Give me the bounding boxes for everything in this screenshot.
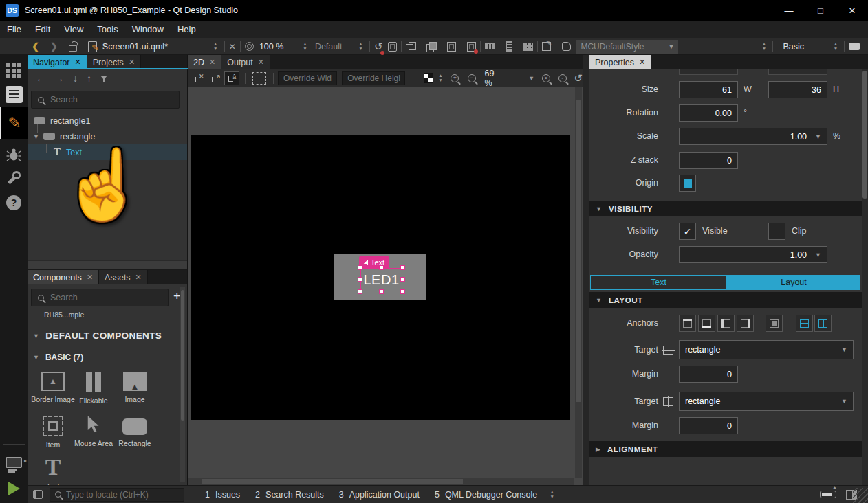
anchor-fill-button[interactable] — [766, 315, 783, 332]
close-document-icon[interactable]: ✕ — [229, 42, 236, 52]
tab-assets[interactable]: Assets ✕ — [99, 270, 148, 284]
margin1-field[interactable]: 0 — [679, 366, 738, 383]
locator[interactable] — [50, 488, 184, 502]
run-button[interactable] — [0, 477, 28, 500]
pane-qml-debugger-console[interactable]: 5 QML Debugger Console — [427, 486, 545, 503]
resize-handle-se[interactable] — [400, 289, 405, 294]
rounded-shape-icon[interactable] — [562, 42, 571, 51]
resize-handle-sw[interactable] — [358, 289, 362, 294]
dropdown-caret-icon[interactable]: ▼ — [815, 252, 821, 258]
tab-output[interactable]: Output ✕ — [221, 55, 270, 69]
components-search-input[interactable] — [50, 293, 162, 302]
theme-select[interactable]: Basic — [777, 42, 831, 52]
dropdown-caret-icon[interactable]: ▼ — [841, 398, 847, 405]
move-left-icon[interactable]: ← — [36, 73, 45, 84]
properties-scrollbar[interactable] — [862, 69, 868, 485]
section-default-components[interactable]: ▼ DEFAULT COMPONENTS — [28, 331, 187, 341]
component-mouse-area[interactable]: Mouse Area — [73, 416, 114, 447]
component-item[interactable]: Item — [32, 416, 74, 449]
scrollbar-thumb[interactable] — [202, 479, 463, 484]
close-tab-icon[interactable]: ✕ — [87, 273, 93, 282]
visible-checkbox-checked[interactable]: ✓ — [679, 223, 696, 240]
panes-stepper-icon[interactable]: ▲▼ — [547, 489, 556, 500]
workspace-stepper-icon[interactable]: ▲▼ — [356, 41, 365, 52]
run-preview-icon[interactable] — [245, 42, 254, 51]
anchor-bottom-button[interactable] — [698, 315, 715, 332]
theme-stepper-icon[interactable]: ▲▼ — [831, 41, 840, 52]
close-tab-icon[interactable]: ✕ — [639, 58, 645, 67]
scrollbar-thumb[interactable] — [181, 290, 184, 421]
expander-down-icon[interactable]: ▼ — [33, 133, 39, 140]
navigator-search-input[interactable] — [50, 95, 173, 104]
tab-properties[interactable]: Properties ✕ — [589, 55, 651, 69]
zoom-selection-icon[interactable]: ▫ — [558, 74, 567, 82]
menu-view[interactable]: View — [57, 21, 90, 38]
design-canvas[interactable]: Text LED1 — [188, 87, 583, 485]
position-x-field[interactable]: 69 — [679, 69, 738, 75]
origin-selector[interactable] — [679, 175, 696, 192]
module-tab[interactable]: RH85...mple — [44, 311, 84, 319]
menu-help[interactable]: Help — [171, 21, 203, 38]
clip-checkbox-unchecked[interactable] — [768, 223, 785, 240]
move-down-icon[interactable]: ↓ — [73, 73, 78, 84]
delete-outline-icon[interactable] — [467, 42, 476, 52]
tree-item-rectangle[interactable]: ▼ rectangle — [28, 128, 187, 144]
build-progress-icon[interactable] — [820, 491, 836, 498]
preview-zoom-value[interactable]: 100 % — [259, 42, 290, 52]
refresh-style-icon[interactable]: ↺ — [374, 41, 383, 53]
panel-splitter[interactable] — [28, 260, 187, 270]
components-scrollbar[interactable] — [180, 287, 185, 482]
rotation-field[interactable]: 0.00 — [679, 104, 738, 122]
menu-tools[interactable]: Tools — [90, 21, 124, 38]
component-rectangle[interactable]: Rectangle — [114, 416, 155, 447]
component-border-image[interactable]: Border Image — [32, 372, 74, 403]
navigator-search[interactable] — [31, 91, 180, 109]
layout-section-header[interactable]: ▼ LAYOUT — [589, 292, 868, 308]
kit-selector-button[interactable]: ▸ — [0, 451, 28, 474]
properties-splitter[interactable] — [583, 55, 589, 485]
target2-select[interactable]: rectangle ▼ — [679, 392, 854, 411]
window-resize-grip[interactable] — [853, 488, 868, 503]
size-width-field[interactable]: 61 — [679, 81, 738, 98]
tab-components[interactable]: Components ✕ — [28, 270, 99, 284]
zoom-in-icon[interactable]: + — [451, 74, 459, 82]
resize-handle-e[interactable] — [400, 277, 405, 282]
tab-projects[interactable]: Projects ✕ — [87, 55, 141, 69]
pane-search-results[interactable]: 2 Search Results — [248, 486, 332, 503]
mode-design-button-active[interactable]: ✎ — [0, 107, 28, 139]
canvas-color-button[interactable] — [424, 73, 433, 83]
resize-handle-s[interactable] — [379, 289, 384, 294]
move-up-icon[interactable]: ↑ — [87, 73, 91, 84]
locator-input[interactable] — [66, 490, 179, 500]
menu-file[interactable]: File — [0, 21, 28, 38]
document-stepper-icon[interactable]: ▲▼ — [211, 41, 220, 52]
scale-field[interactable]: 1.00 ▼ — [679, 128, 827, 145]
resize-handle-n[interactable] — [379, 265, 384, 270]
override-height-input[interactable] — [342, 71, 405, 85]
minimize-button[interactable]: — — [773, 0, 805, 21]
component-flickable[interactable]: Flickable — [73, 372, 114, 405]
outline-icon[interactable] — [447, 42, 456, 52]
close-tab-icon[interactable]: ✕ — [209, 58, 215, 67]
tab-2d[interactable]: 2D ✕ — [188, 55, 221, 69]
dropdown-caret-icon[interactable]: ▼ — [815, 133, 821, 140]
alignment-section-header[interactable]: ▶ ALIGNMENT — [589, 441, 868, 457]
preview-zoom-stepper-icon[interactable]: ▲▼ — [301, 41, 310, 52]
component-text[interactable]: T Text — [32, 457, 74, 485]
pane-issues[interactable]: 1 Issues — [197, 486, 248, 503]
component-image[interactable]: Image — [114, 372, 155, 403]
selection-bounds[interactable]: LED1 — [360, 268, 402, 291]
reset-view-icon[interactable]: ↺ — [574, 72, 583, 85]
opacity-field[interactable]: 1.00 ▼ — [679, 246, 827, 263]
show-bounds-button[interactable] — [252, 72, 266, 85]
subtab-text[interactable]: Text — [590, 275, 727, 290]
anchor-vertical-center-button-active[interactable] — [796, 315, 813, 332]
distribute-vertical-icon[interactable] — [506, 41, 512, 52]
close-tab-icon[interactable]: ✕ — [135, 273, 142, 282]
annotation-icon[interactable] — [542, 42, 551, 51]
resize-handle-ne[interactable] — [400, 265, 405, 270]
canvas-zoom-value[interactable]: 69 % — [485, 69, 503, 88]
distribute-horizontal-icon[interactable] — [485, 43, 495, 49]
anchor-top-button[interactable] — [679, 315, 696, 332]
workspace-select[interactable]: Default — [315, 42, 351, 52]
